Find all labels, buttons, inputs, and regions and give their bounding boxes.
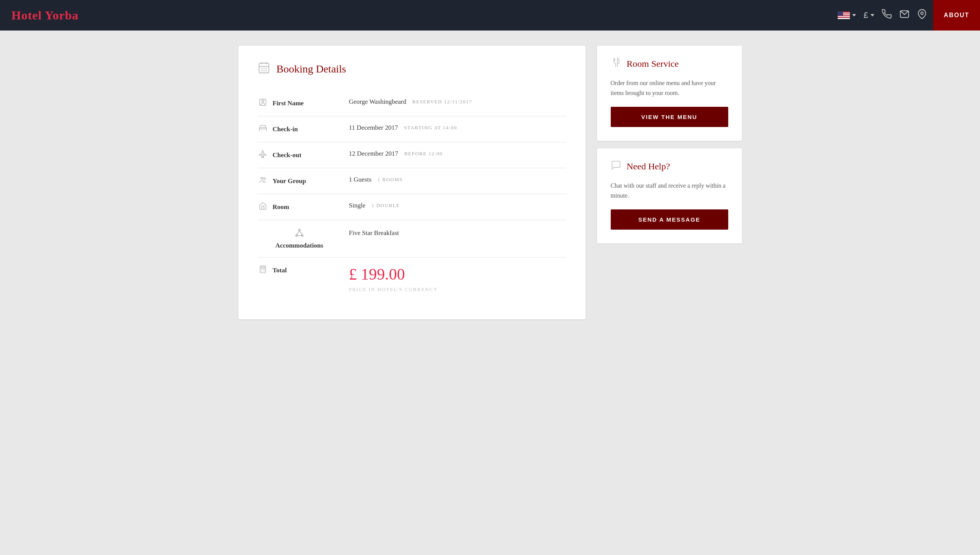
group-icon bbox=[257, 176, 268, 186]
table-row: Accommodations Five Star Breakfast bbox=[257, 220, 566, 257]
svg-rect-5 bbox=[838, 11, 843, 16]
svg-rect-12 bbox=[261, 68, 262, 69]
svg-rect-13 bbox=[263, 68, 264, 69]
row-label-group: Your Group bbox=[257, 176, 341, 186]
room-service-title: Room Service bbox=[627, 59, 679, 69]
table-row: First Name George Washingbeard RESERVED … bbox=[257, 90, 566, 116]
group-label: Your Group bbox=[273, 177, 306, 185]
table-row: Check-out 12 December 2017 BEFORE 12:00 bbox=[257, 142, 566, 168]
svg-rect-15 bbox=[261, 70, 262, 71]
send-message-button[interactable]: SEND A MESSAGE bbox=[611, 209, 728, 230]
header-controls: £ bbox=[838, 9, 927, 21]
row-label-checkin: Check-in bbox=[257, 124, 341, 134]
need-help-desc: Chat with our staff and receive a reply … bbox=[611, 181, 728, 200]
need-help-header: Need Help? bbox=[611, 160, 728, 173]
accommodations-value: Five Star Breakfast bbox=[349, 228, 399, 237]
need-help-title: Need Help? bbox=[627, 161, 670, 172]
svg-rect-29 bbox=[261, 267, 264, 269]
flag-icon bbox=[838, 11, 850, 19]
svg-point-22 bbox=[298, 229, 300, 230]
checkout-value: 12 December 2017 BEFORE 12:00 bbox=[349, 150, 566, 158]
group-value: 1 Guests 1 ROOMS bbox=[349, 176, 566, 183]
table-row: Total £ 199.00 PRICE IN HOTEL'S CURRENCY bbox=[257, 257, 566, 300]
calendar-icon bbox=[257, 61, 270, 77]
booking-card-header: Booking Details bbox=[257, 61, 566, 77]
booking-title: Booking Details bbox=[277, 63, 346, 75]
currency-chevron-icon bbox=[871, 14, 874, 16]
room-service-header: Room Service bbox=[611, 57, 728, 71]
header: Hotel Yorba £ bbox=[0, 0, 980, 31]
accommodations-label: Accommodations bbox=[257, 228, 341, 249]
home-icon bbox=[257, 202, 268, 212]
chat-icon bbox=[611, 160, 621, 173]
total-note: PRICE IN HOTEL'S CURRENCY bbox=[349, 286, 438, 293]
need-help-card: Need Help? Chat with our staff and recei… bbox=[597, 148, 742, 243]
room-value: Single 1 DOUBLE bbox=[349, 202, 566, 209]
person-icon bbox=[257, 98, 268, 108]
room-label: Room bbox=[273, 203, 289, 211]
checkin-value: 11 December 2017 STARTING AT 14:00 bbox=[349, 124, 566, 132]
logo: Hotel Yorba bbox=[11, 8, 832, 23]
language-selector[interactable] bbox=[838, 11, 856, 19]
room-service-card: Room Service Order from our online menu … bbox=[597, 46, 742, 141]
row-label-firstname: First Name bbox=[257, 98, 341, 108]
svg-line-26 bbox=[299, 231, 303, 235]
svg-point-7 bbox=[921, 12, 924, 14]
view-menu-button[interactable]: VIEW THE MENU bbox=[611, 107, 728, 127]
currency-selector[interactable]: £ bbox=[864, 10, 874, 20]
svg-rect-16 bbox=[263, 70, 264, 71]
location-icon[interactable] bbox=[917, 9, 927, 21]
svg-rect-14 bbox=[266, 68, 267, 69]
total-amount: £ 199.00 bbox=[349, 265, 405, 283]
sidebar: Room Service Order from our online menu … bbox=[597, 46, 742, 243]
svg-rect-3 bbox=[838, 16, 850, 17]
svg-point-19 bbox=[262, 100, 264, 103]
table-row: Your Group 1 Guests 1 ROOMS bbox=[257, 168, 566, 194]
accommodations-text: Accommodations bbox=[275, 242, 323, 249]
bed-icon bbox=[257, 124, 268, 134]
firstname-value: George Washingbeard RESERVED 12/11/2017 bbox=[349, 98, 566, 106]
mail-icon[interactable] bbox=[900, 9, 909, 21]
total-label: Total bbox=[273, 267, 287, 274]
lang-chevron-icon bbox=[852, 14, 856, 16]
fork-knife-icon bbox=[611, 57, 621, 71]
svg-rect-17 bbox=[266, 70, 267, 71]
table-row: Room Single 1 DOUBLE bbox=[257, 194, 566, 220]
currency-symbol: £ bbox=[864, 10, 868, 20]
svg-point-20 bbox=[261, 177, 263, 180]
svg-rect-4 bbox=[838, 18, 850, 19]
about-button[interactable]: ABOUT bbox=[933, 0, 980, 31]
table-row: Check-in 11 December 2017 STARTING AT 14… bbox=[257, 116, 566, 142]
firstname-label: First Name bbox=[273, 100, 304, 107]
svg-line-25 bbox=[296, 231, 299, 235]
room-service-desc: Order from our online menu and have your… bbox=[611, 78, 728, 98]
checkout-label: Check-out bbox=[273, 151, 302, 159]
total-value: £ 199.00 PRICE IN HOTEL'S CURRENCY bbox=[349, 265, 566, 293]
calculator-icon bbox=[257, 265, 268, 275]
row-label-total: Total bbox=[257, 265, 341, 275]
plane-icon bbox=[257, 150, 268, 160]
row-label-room: Room bbox=[257, 202, 341, 212]
checkin-label: Check-in bbox=[273, 125, 298, 133]
phone-icon[interactable] bbox=[882, 9, 892, 21]
booking-card: Booking Details First Name George Washin… bbox=[238, 46, 586, 319]
network-icon bbox=[294, 228, 304, 240]
row-label-checkout: Check-out bbox=[257, 150, 341, 160]
svg-point-21 bbox=[264, 178, 266, 180]
main-content: Booking Details First Name George Washin… bbox=[223, 46, 757, 319]
